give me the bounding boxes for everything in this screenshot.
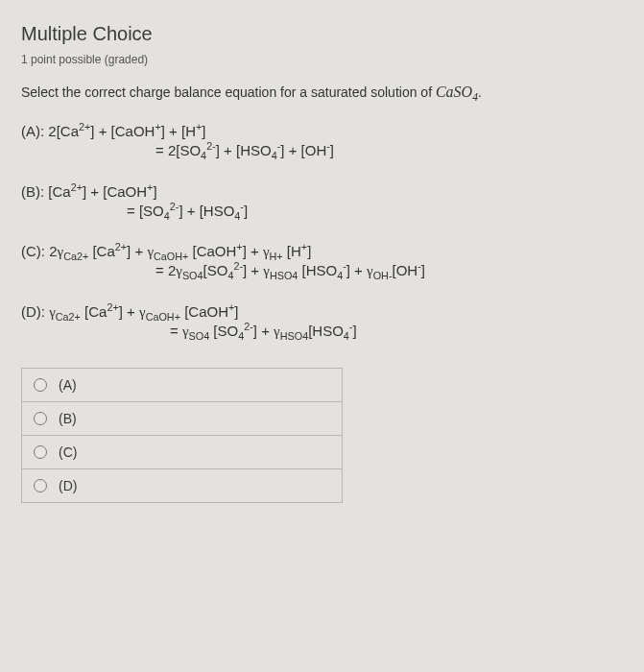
prompt-post: . (478, 84, 482, 100)
option-d-line1: γCa2+ [Ca2+] + γCaOH+ [CaOH+] (49, 303, 238, 320)
question-heading: Multiple Choice (21, 23, 623, 45)
choice-c[interactable]: (C) (21, 435, 343, 468)
radio-icon (34, 445, 47, 459)
option-b-block: (B): [Ca2+] + [CaOH+] = [SO42-] + [HSO4-… (21, 182, 623, 222)
option-d-line2: = γSO4 [SO42-] + γHSO4[HSO4-] (21, 322, 623, 341)
option-c-label: (C): (21, 243, 49, 259)
radio-icon (34, 412, 47, 425)
answer-choices: (A) (B) (C) (D) (21, 368, 343, 503)
option-b-label: (B): (21, 183, 48, 200)
choice-d-label: (D) (59, 478, 77, 493)
choice-a[interactable]: (A) (21, 368, 343, 401)
option-a-line1: 2[Ca2+] + [CaOH+] + [H+] (48, 123, 205, 139)
option-c-line2: = 2γSO4[SO42-] + γHSO4 [HSO4-] + γOH-[OH… (21, 261, 623, 280)
equation-options: (A): 2[Ca2+] + [CaOH+] + [H+] = 2[SO42-]… (21, 122, 623, 341)
question-prompt: Select the correct charge balance equati… (21, 84, 623, 101)
option-d-label: (D): (21, 303, 49, 320)
compound-formula: CaSO4 (436, 84, 478, 100)
prompt-pre: Select the correct charge balance equati… (21, 84, 436, 100)
radio-icon (34, 479, 47, 492)
grading-text: 1 point possible (graded) (21, 53, 623, 66)
option-b-line2: = [SO42-] + [HSO4-] (21, 202, 623, 221)
choice-a-label: (A) (59, 377, 77, 393)
choice-c-label: (C) (59, 444, 77, 460)
option-d-block: (D): γCa2+ [Ca2+] + γCaOH+ [CaOH+] = γSO… (21, 302, 623, 342)
option-a-label: (A): (21, 123, 48, 139)
option-c-line1: 2γCa2+ [Ca2+] + γCaOH+ [CaOH+] + γH+ [H+… (49, 243, 311, 259)
radio-icon (34, 378, 47, 392)
choice-b[interactable]: (B) (21, 401, 343, 435)
option-a-block: (A): 2[Ca2+] + [CaOH+] + [H+] = 2[SO42-]… (21, 122, 623, 161)
choice-d[interactable]: (D) (21, 468, 343, 503)
option-a-line2: = 2[SO42-] + [HSO4-] + [OH-] (21, 141, 623, 160)
option-c-block: (C): 2γCa2+ [Ca2+] + γCaOH+ [CaOH+] + γH… (21, 242, 623, 281)
choice-b-label: (B) (59, 411, 77, 426)
option-b-line1: [Ca2+] + [CaOH+] (48, 183, 156, 200)
